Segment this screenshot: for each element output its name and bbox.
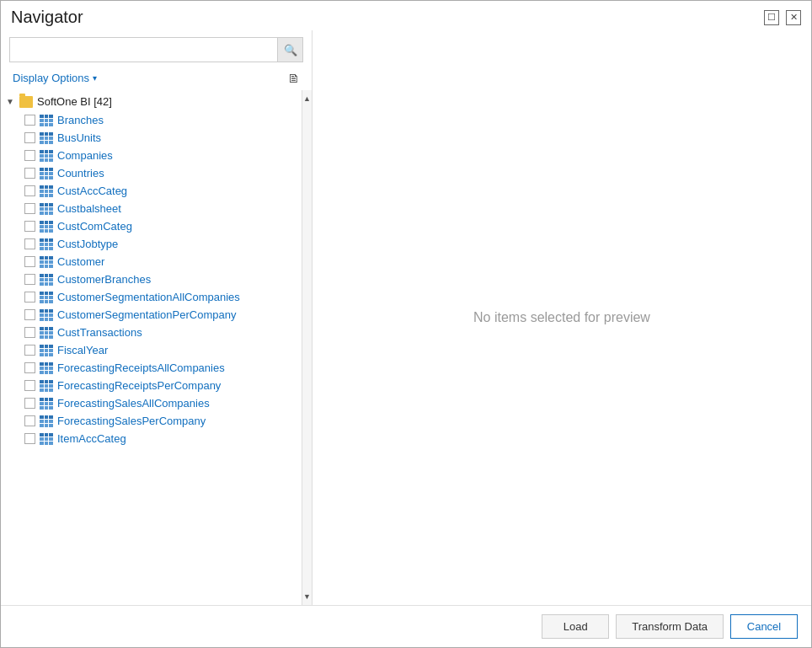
list-item[interactable]: ForecastingSalesAllCompanies	[1, 394, 302, 412]
item-label: ItemAccCateg	[57, 432, 126, 445]
item-label: Countries	[57, 167, 104, 179]
list-item[interactable]: CustJobtype	[1, 235, 302, 253]
list-item[interactable]: Customer	[1, 253, 302, 270]
item-checkbox[interactable]	[24, 433, 35, 444]
list-item[interactable]: ItemAccCateg	[1, 430, 302, 447]
list-item[interactable]: CustomerSegmentationAllCompanies	[1, 288, 302, 306]
item-checkbox[interactable]	[24, 309, 35, 320]
search-bar: 🔍	[9, 37, 303, 62]
item-label: CustomerSegmentationPerCompany	[57, 308, 236, 321]
display-options-label: Display Options	[13, 72, 89, 84]
title-bar-controls: ☐ ✕	[764, 10, 801, 25]
tree-area: ▼ SoftOne BI [42] Branches	[1, 90, 312, 605]
list-item[interactable]: FiscalYear	[1, 341, 302, 359]
list-item[interactable]: ForecastingSalesPerCompany	[1, 412, 302, 430]
table-icon	[40, 132, 53, 144]
scroll-down-button[interactable]: ▼	[302, 590, 312, 603]
item-checkbox[interactable]	[24, 327, 35, 338]
table-icon	[40, 292, 53, 303]
list-item[interactable]: Custbalsheet	[1, 200, 302, 217]
item-checkbox[interactable]	[24, 362, 35, 373]
item-label: CustAccCateg	[57, 185, 127, 197]
table-icon	[40, 327, 53, 339]
table-icon	[40, 274, 53, 286]
table-icon	[40, 256, 53, 268]
item-checkbox[interactable]	[24, 292, 35, 303]
minimize-button[interactable]: ☐	[764, 10, 779, 25]
table-icon	[40, 221, 53, 233]
transform-data-button[interactable]: Transform Data	[616, 614, 724, 639]
list-item[interactable]: CustomerSegmentationPerCompany	[1, 306, 302, 324]
item-label: CustomerSegmentationAllCompanies	[57, 291, 240, 303]
search-icon: 🔍	[284, 44, 297, 56]
item-label: ForecastingReceiptsPerCompany	[57, 379, 221, 392]
list-item[interactable]: Countries	[1, 164, 302, 182]
item-checkbox[interactable]	[24, 380, 35, 391]
item-checkbox[interactable]	[24, 238, 35, 249]
preview-icon: 🗎	[287, 71, 300, 85]
item-label: CustJobtype	[57, 238, 118, 250]
collapse-chevron-icon: ▼	[6, 97, 16, 106]
item-checkbox[interactable]	[24, 132, 35, 143]
item-checkbox[interactable]	[24, 398, 35, 409]
search-input[interactable]	[10, 40, 277, 61]
table-icon	[40, 380, 53, 392]
list-item[interactable]: CustAccCateg	[1, 182, 302, 200]
item-checkbox[interactable]	[24, 415, 35, 426]
load-button[interactable]: Load	[542, 614, 609, 639]
navigator-window: Navigator ☐ ✕ 🔍 Display Options ▾	[0, 0, 812, 648]
item-checkbox[interactable]	[24, 345, 35, 356]
display-options-bar: Display Options ▾ 🗎	[1, 66, 312, 90]
title-bar: Navigator ☐ ✕	[1, 1, 811, 30]
no-items-text: No items selected for preview	[473, 310, 650, 325]
list-item[interactable]: BusUnits	[1, 129, 302, 147]
item-label: BusUnits	[57, 131, 101, 144]
scroll-up-button[interactable]: ▲	[302, 92, 312, 105]
list-item[interactable]: CustomerBranches	[1, 270, 302, 288]
table-icon	[40, 309, 53, 321]
table-icon	[40, 115, 53, 126]
item-checkbox[interactable]	[24, 150, 35, 161]
table-icon	[40, 415, 53, 427]
list-item[interactable]: Branches	[1, 111, 302, 129]
item-label: Branches	[57, 114, 104, 126]
list-item[interactable]: Companies	[1, 147, 302, 164]
item-label: Custbalsheet	[57, 202, 121, 215]
item-label: ForecastingReceiptsAllCompanies	[57, 361, 225, 374]
right-panel: No items selected for preview	[313, 30, 811, 605]
table-icon	[40, 168, 53, 179]
item-checkbox[interactable]	[24, 274, 35, 285]
search-button[interactable]: 🔍	[277, 38, 302, 62]
item-label: Companies	[57, 149, 113, 162]
list-item[interactable]: CustComCateg	[1, 217, 302, 235]
list-item[interactable]: ForecastingReceiptsPerCompany	[1, 377, 302, 394]
item-checkbox[interactable]	[24, 203, 35, 214]
item-checkbox[interactable]	[24, 115, 35, 126]
chevron-down-icon: ▾	[93, 73, 97, 83]
preview-toggle-button[interactable]: 🗎	[284, 69, 303, 87]
display-options-button[interactable]: Display Options ▾	[9, 70, 100, 86]
list-item[interactable]: ForecastingReceiptsAllCompanies	[1, 359, 302, 377]
item-checkbox[interactable]	[24, 256, 35, 267]
list-item[interactable]: CustTransactions	[1, 324, 302, 341]
cancel-button[interactable]: Cancel	[730, 614, 798, 639]
scrollbar: ▲ ▼	[302, 90, 312, 605]
table-icon	[40, 238, 53, 250]
close-button[interactable]: ✕	[786, 10, 801, 25]
root-label: SoftOne BI [42]	[37, 95, 112, 108]
window-title: Navigator	[11, 8, 83, 27]
table-icon	[40, 362, 53, 374]
item-label: Customer	[57, 255, 104, 268]
table-icon	[40, 203, 53, 215]
title-bar-left: Navigator	[11, 8, 83, 27]
item-checkbox[interactable]	[24, 168, 35, 179]
item-label: CustomerBranches	[57, 273, 151, 286]
item-label: CustTransactions	[57, 326, 142, 339]
tree-root-item[interactable]: ▼ SoftOne BI [42]	[1, 92, 302, 111]
item-checkbox[interactable]	[24, 185, 35, 196]
table-icon	[40, 345, 53, 356]
item-label: FiscalYear	[57, 344, 108, 356]
item-checkbox[interactable]	[24, 221, 35, 232]
item-label: ForecastingSalesPerCompany	[57, 415, 206, 427]
footer: Load Transform Data Cancel	[1, 605, 811, 647]
